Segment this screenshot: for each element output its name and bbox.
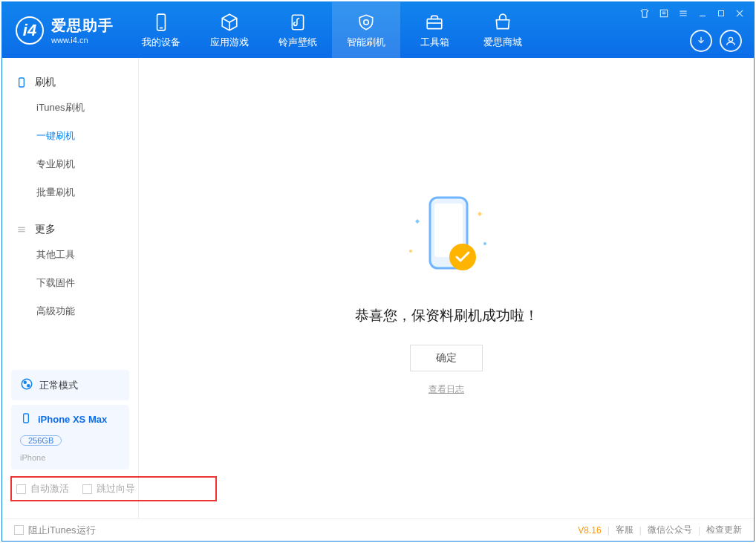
shirt-icon[interactable] [639,8,650,19]
sidebar-group-flash: 刷机 [2,71,138,94]
svg-rect-12 [719,11,724,16]
sidebar-group-more: 更多 [2,218,138,241]
device-icon [151,12,172,33]
version-text: V8.16 [578,525,601,536]
skip-guide-checkbox[interactable]: 跳过向导 [82,482,135,495]
sidebar-item-pro-flash[interactable]: 专业刷机 [2,150,138,178]
svg-rect-3 [427,19,442,28]
tab-flash[interactable]: 智能刷机 [332,2,400,58]
tab-label: 智能刷机 [347,36,385,49]
device-storage-badge: 256GB [20,435,62,446]
menu-icon[interactable] [678,8,688,19]
block-itunes-checkbox[interactable]: 阻止iTunes运行 [14,524,96,537]
svg-point-22 [27,385,30,387]
tab-label: 工具箱 [420,36,449,49]
tab-my-device[interactable]: 我的设备 [127,2,195,58]
checkbox-label: 跳过向导 [97,482,135,495]
close-button[interactable] [734,8,745,19]
checkbox-highlight-box: 自动激活 跳过向导 [10,476,217,501]
group-title: 刷机 [35,76,56,89]
logo-area: i4 爱思助手 www.i4.cn [2,16,127,45]
sidebar-item-download-firmware[interactable]: 下载固件 [2,269,138,297]
device-name: iPhone XS Max [38,414,107,425]
brand-name: 爱思助手 [51,16,114,36]
download-button[interactable] [690,30,712,52]
ok-button[interactable]: 确定 [410,345,483,371]
svg-point-21 [24,381,26,383]
device-info-card[interactable]: iPhone XS Max 256GB iPhone [11,405,129,469]
checkbox-icon [16,484,26,494]
more-icon [16,224,27,235]
svg-rect-23 [24,414,29,423]
mode-icon [20,377,33,393]
user-button[interactable] [720,30,742,52]
sidebar-item-itunes-flash[interactable]: iTunes刷机 [2,94,138,122]
tab-ringtones[interactable]: 铃声壁纸 [264,2,332,58]
checkbox-icon [14,525,24,535]
tab-store[interactable]: 爱思商城 [469,2,537,58]
sidebar-item-other-tools[interactable]: 其他工具 [2,241,138,269]
tab-apps[interactable]: 应用游戏 [195,2,264,58]
tab-label: 爱思商城 [483,36,522,49]
checkbox-label: 阻止iTunes运行 [28,524,96,537]
device-mode-text: 正常模式 [39,379,78,392]
device-mode-card[interactable]: 正常模式 [11,370,129,400]
wechat-link[interactable]: 微信公众号 [648,524,692,536]
support-link[interactable]: 客服 [616,524,633,536]
footer: 阻止iTunes运行 V8.16 | 客服 | 微信公众号 | 检查更新 [2,518,754,541]
phone-small-icon [20,412,32,426]
tab-toolbox[interactable]: 工具箱 [400,2,469,58]
maximize-button[interactable] [717,9,726,18]
svg-point-15 [729,37,732,41]
app-header: i4 爱思助手 www.i4.cn 我的设备 应用游戏 铃声壁纸 智能刷机 [2,2,754,58]
tab-label: 应用游戏 [210,36,249,49]
view-log-link[interactable]: 查看日志 [139,383,754,396]
list-icon[interactable] [659,8,669,19]
sidebar-item-oneclick-flash[interactable]: 一键刷机 [2,122,138,150]
phone-icon [16,77,27,88]
minimize-button[interactable] [697,8,708,19]
logo-icon: i4 [16,16,44,45]
device-type: iPhone [20,453,45,462]
sidebar-item-batch-flash[interactable]: 批量刷机 [2,178,138,207]
refresh-shield-icon [356,12,377,33]
music-icon [287,12,308,33]
cube-icon [219,12,240,33]
svg-rect-16 [19,78,25,87]
group-title: 更多 [35,223,56,236]
svg-point-27 [409,250,412,253]
success-illustration [394,192,498,288]
sidebar-item-advanced[interactable]: 高级功能 [2,297,138,325]
svg-point-28 [483,242,486,245]
toolbox-icon [424,12,445,33]
success-message: 恭喜您，保资料刷机成功啦！ [139,306,754,325]
svg-point-20 [22,379,32,389]
checkbox-label: 自动激活 [30,482,69,495]
update-link[interactable]: 检查更新 [706,524,742,536]
sidebar: 刷机 iTunes刷机 一键刷机 专业刷机 批量刷机 更多 其他工具 下载固件 … [2,58,139,518]
auto-activate-checkbox[interactable]: 自动激活 [16,482,69,495]
checkbox-icon [82,484,92,494]
tab-label: 铃声壁纸 [278,36,317,49]
main-content: 恭喜您，保资料刷机成功啦！ 确定 查看日志 [139,58,754,518]
brand-site: www.i4.cn [51,36,114,45]
tab-label: 我的设备 [142,36,180,49]
store-icon [492,12,513,33]
